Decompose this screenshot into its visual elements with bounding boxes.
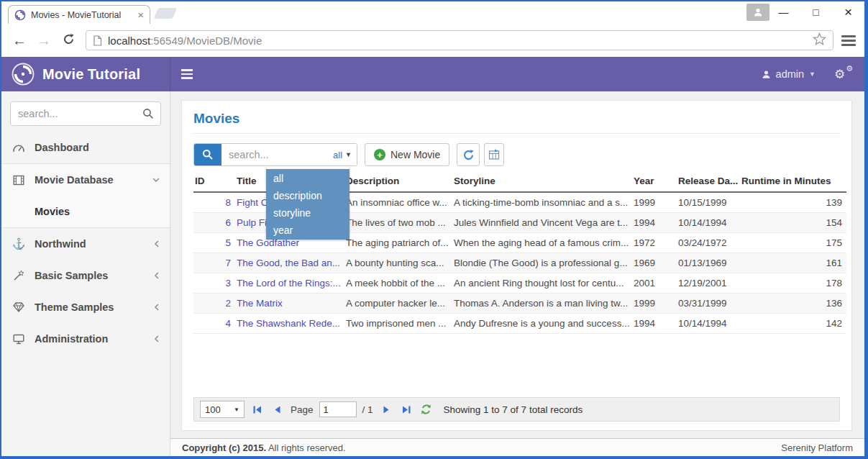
dropdown-option-all[interactable]: all [266,170,350,187]
grid-toolbar: all ▼ all description storyline year [193,143,840,166]
address-bar[interactable]: localhost:56549/MovieDB/Movie [86,30,833,50]
pager: 100 ▼ [193,397,840,422]
table-row[interactable]: 3 The Lord of the Rings:... A meek hobbi… [193,273,846,294]
cell-id[interactable]: 5 [193,233,235,253]
sidebar-item-northwind[interactable]: ⚓ Northwind [1,228,170,260]
sidebar-item-label: Basic Samples [35,270,108,281]
forward-button[interactable]: → [33,32,55,49]
cell-title[interactable]: The Shawshank Rede... [235,314,344,334]
refresh-button[interactable] [457,143,480,166]
cell-runtime: 175 [740,233,846,253]
title-divider [193,133,840,134]
minimize-button[interactable]: — [767,1,800,22]
cell-storyline: Jules Winnfield and Vincent Vega are t..… [452,213,632,233]
footer: Copyright (c) 2015. All rights reserved.… [170,438,864,456]
tab-close-icon[interactable]: × [137,9,144,20]
next-page-button[interactable] [379,402,393,417]
new-movie-button[interactable]: + New Movie [365,143,449,166]
url-path: :56549/MovieDB/Movie [150,35,262,47]
prev-page-icon [274,405,281,414]
cell-id[interactable]: 7 [193,253,235,273]
browser-menu-icon[interactable] [840,35,857,46]
table-row[interactable]: 7 The Good, the Bad an... A bounty hunti… [193,253,846,273]
dropdown-option-storyline[interactable]: storyline [266,204,350,222]
sidebar-item-theme-samples[interactable]: Theme Samples [1,291,170,323]
sidebar-section-movie-database: Movie Database Movies [1,163,170,228]
prev-page-button[interactable] [270,402,285,417]
favicon-spiral-icon [14,9,26,21]
page-size-select[interactable]: 100 ▼ [200,401,245,418]
cell-release-date: 10/14/1994 [677,314,740,334]
column-header-storyline[interactable]: Storyline [452,173,632,192]
bookmark-star-icon[interactable] [813,32,826,48]
chevron-down-icon [152,177,160,183]
first-page-button[interactable] [250,402,265,417]
cell-year: 1994 [632,213,677,233]
page-size-value: 100 [205,404,221,415]
sidebar-search-input[interactable] [10,101,161,126]
cell-id[interactable]: 2 [193,294,235,314]
cell-release-date: 01/13/1969 [677,253,740,273]
cell-runtime: 142 [740,314,846,334]
reload-button[interactable] [58,32,79,49]
export-table-icon [488,149,500,160]
diamond-icon [12,302,26,312]
settings-gears-icon[interactable]: ⚙⚙ [834,67,851,82]
cell-id[interactable]: 4 [193,314,235,334]
sidebar-item-movies[interactable]: Movies [1,196,170,227]
sidebar-item-movie-database[interactable]: Movie Database [1,164,170,196]
column-header-release-date[interactable]: Release Da... [677,173,740,192]
close-button[interactable]: × [832,1,864,22]
brand-primary: Movie [42,66,84,83]
browser-tab[interactable]: Movies - MovieTutorial × [8,5,150,24]
browser-window: Movies - MovieTutorial × — □ × ← → [0,0,868,459]
cell-storyline: An ancient Ring thought lost for centu..… [452,273,632,294]
search-button[interactable] [194,144,221,165]
dropdown-option-description[interactable]: description [266,187,350,204]
profile-button[interactable] [746,4,769,21]
sidebar-search [10,101,161,126]
new-tab-button[interactable] [154,8,177,19]
cell-id[interactable]: 6 [193,213,235,233]
sidebar-item-basic-samples[interactable]: Basic Samples [1,260,170,291]
user-name: admin [776,68,805,80]
column-header-id[interactable]: ID [193,173,235,192]
cell-year: 1999 [632,192,677,213]
cell-title[interactable]: The Lord of the Rings:... [235,273,344,294]
cell-year: 1972 [632,233,677,253]
sidebar-item-label: Movie Database [35,174,114,186]
column-header-year[interactable]: Year [632,173,677,192]
app-navbar: Movie Tutorial admin ▼ ⚙⚙ [1,57,864,91]
column-header-runtime[interactable]: Runtime in Minutes [740,173,846,192]
cell-storyline: When the aging head of a famous crim... [452,233,632,253]
last-page-button[interactable] [399,402,414,417]
maximize-button[interactable]: □ [800,1,832,22]
column-header-description[interactable]: Description [344,173,452,192]
back-button[interactable]: ← [9,32,30,49]
cell-runtime: 178 [740,273,846,294]
cell-release-date: 03/24/1972 [677,233,740,253]
page-number-input[interactable] [319,401,357,417]
brand[interactable]: Movie Tutorial [1,57,170,91]
first-page-icon [252,405,262,414]
copyright-text: Copyright (c) 2015. All rights reserved. [182,442,346,453]
dropdown-option-year[interactable]: year [266,222,350,239]
sidebar-item-dashboard[interactable]: Dashboard [1,132,170,163]
export-button[interactable] [484,143,504,166]
cell-description: A computer hacker le... [344,294,452,314]
cell-runtime: 139 [740,192,846,213]
pager-refresh-button[interactable] [419,402,434,417]
sidebar-item-administration[interactable]: Administration [1,323,170,355]
sidebar-toggle-icon[interactable] [181,57,193,91]
cell-runtime: 161 [740,253,846,273]
cell-title[interactable]: The Good, the Bad an... [235,253,344,273]
page-icon [93,35,102,46]
search-field-selector[interactable]: all ▼ [333,144,352,165]
cell-id[interactable]: 8 [193,192,235,213]
table-row[interactable]: 2 The Matrix A computer hacker le... Tho… [193,294,846,314]
platform-text: Serenity Platform [781,442,853,453]
user-menu[interactable]: admin ▼ [762,68,816,80]
cell-title[interactable]: The Matrix [235,294,344,314]
cell-id[interactable]: 3 [193,273,235,294]
table-row[interactable]: 4 The Shawshank Rede... Two imprisoned m… [193,314,846,334]
